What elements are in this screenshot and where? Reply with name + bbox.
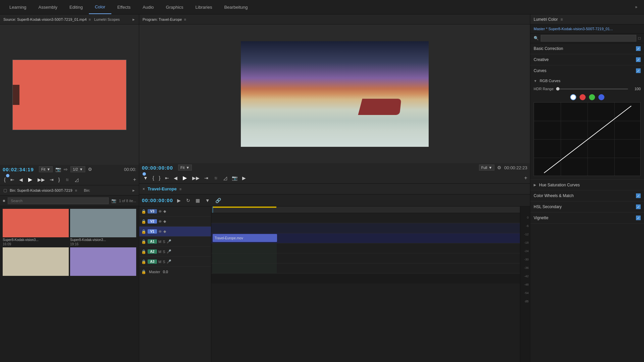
nav-editing[interactable]: Editing [63,0,89,14]
program-compare-icon[interactable]: ▶ [241,175,247,181]
basic-correction-checkbox[interactable] [636,46,641,51]
hue-sat-section[interactable]: ▶ Hue Saturation Curves [530,180,644,190]
track-sync-v2[interactable]: ◆ [163,219,166,224]
source-step-forward[interactable]: ▶▶ [36,176,46,183]
vignette-header[interactable]: Vignette [530,213,644,223]
tl-link-icon[interactable]: 🔗 [214,197,222,204]
program-monitor-menu-icon[interactable]: ≡ [184,17,186,21]
creative-header[interactable]: Creative [530,54,644,65]
list-item[interactable] [3,247,69,277]
track-lock-v1[interactable]: 🔒 [141,229,146,234]
source-monitor-expand[interactable]: ► [132,17,136,21]
list-item[interactable]: Super8-Kodak-vision3... 19:16 [70,209,136,246]
nav-graphics[interactable]: Graphics [160,0,190,14]
program-add-marker[interactable]: ▼ [142,175,149,181]
nav-bearbeitung[interactable]: Bearbeitung [218,0,254,14]
curve-dot-white[interactable] [570,94,576,100]
nav-more-button[interactable]: » [632,5,641,9]
tl-ripple-icon[interactable]: ↻ [185,197,192,204]
source-camera-icon[interactable]: 📷 [55,167,61,172]
hsl-checkbox[interactable] [636,204,641,209]
creative-checkbox[interactable] [636,57,641,62]
source-step-back-large[interactable]: ⇤ [9,176,16,183]
track-label-v3[interactable]: V3 [148,209,157,214]
tl-marker-icon[interactable]: ▼ [204,197,211,204]
source-add-button[interactable]: + [133,177,136,183]
lumetri-menu-icon[interactable]: ≡ [560,17,563,22]
track-label-a3[interactable]: A3 [148,259,157,264]
curve-dot-blue[interactable] [598,94,604,100]
source-mark-out[interactable]: } [57,176,61,183]
track-label-v2[interactable]: V2 [148,219,157,224]
track-lock-a2[interactable]: 🔒 [141,249,146,254]
color-wheels-checkbox[interactable] [636,193,641,198]
lumetri-clip-name-text[interactable]: Master * Super8-Kodak-vision3-500T-7219_… [534,27,613,31]
basic-correction-header[interactable]: Basic Correction [530,43,644,54]
track-lock-a3[interactable]: 🔒 [141,259,146,264]
program-add-button[interactable]: + [524,175,527,181]
program-mark-out[interactable]: } [158,175,162,181]
scopes-label[interactable]: Lumetri Scopes [94,17,120,21]
lumetri-search-input[interactable] [541,35,636,42]
program-fit-dropdown[interactable]: Fit ▼ [178,165,192,171]
master-value[interactable]: 0.0 [163,270,168,274]
program-settings-icon[interactable]: ⚙ [497,165,501,170]
source-mark-in[interactable]: { [3,176,7,183]
program-timecode[interactable]: 00:00:00:00 [142,165,175,171]
curves-header[interactable]: Curves [530,65,644,76]
program-mark-in[interactable]: { [151,175,156,181]
nav-color[interactable]: Color [89,0,111,14]
program-step-back-large[interactable]: ⇤ [164,175,170,181]
source-fit-dropdown[interactable]: Fit ▼ [39,166,53,172]
bin-expand-icon[interactable]: ► [132,188,136,192]
list-item[interactable]: Super8-Kodak-vision3... 16:09 [3,209,69,246]
program-step-back[interactable]: ◀ [172,175,179,181]
tl-snap-icon[interactable]: ▦ [194,197,201,204]
source-step-back[interactable]: ◀ [18,176,24,183]
track-m-a3[interactable]: M [158,260,161,264]
track-sync-v1[interactable]: ◆ [163,229,166,234]
timeline-timecode[interactable]: 00:00:00:00 [142,197,173,203]
track-eye-v1[interactable]: 👁 [158,230,162,234]
track-eye-v2[interactable]: 👁 [158,220,162,224]
track-s-a1[interactable]: S [163,240,165,244]
program-insert-overwrite[interactable]: ◾ [212,175,220,181]
nav-effects[interactable]: Effects [111,0,137,14]
track-sync-v3[interactable]: ◆ [163,209,166,214]
track-mic-a1[interactable]: 🎤 [167,239,171,244]
source-play-button[interactable]: ▶ [26,176,34,183]
track-label-v1[interactable]: V1 [148,229,157,234]
source-monitor-menu-icon[interactable]: ≡ [89,17,91,21]
program-play-button[interactable]: ▶ [181,174,189,182]
bin-camera-icon[interactable]: 📷 [111,198,116,203]
rgb-curves-header[interactable]: ▼ RGB Curves [534,76,641,85]
bin-search-input[interactable] [8,197,108,204]
lumetri-reset-icon[interactable]: □ [638,36,641,41]
list-item[interactable] [70,247,136,277]
clip-block-v1[interactable]: Travel-Europe.mov [213,234,277,242]
program-quality-dropdown[interactable]: Full ▼ [479,165,495,171]
program-step-forward-large[interactable]: ⇥ [203,175,210,181]
color-wheels-header[interactable]: Color Wheels & Match [530,190,644,201]
curve-dot-green[interactable] [589,94,595,100]
nav-learning[interactable]: Learning [3,0,33,14]
program-lift-extract[interactable]: ◿ [222,175,228,181]
curve-dot-red[interactable] [580,94,586,100]
curves-canvas[interactable] [534,102,641,176]
program-photo-icon[interactable]: 📷 [230,175,239,181]
track-mic-a2[interactable]: 🎤 [167,249,171,254]
timeline-menu-icon[interactable]: ≡ [179,187,181,191]
track-label-a2[interactable]: A2 [148,249,157,254]
nav-audio[interactable]: Audio [137,0,160,14]
track-m-a1[interactable]: M [158,240,161,244]
vignette-checkbox[interactable] [636,216,641,220]
bin-menu-icon[interactable]: ≡ [75,188,77,192]
track-s-a3[interactable]: S [163,260,165,264]
nav-libraries[interactable]: Libraries [190,0,218,14]
track-s-a2[interactable]: S [163,250,165,254]
track-label-a1[interactable]: A1 [148,239,157,244]
track-eye-v3[interactable]: 👁 [158,209,162,214]
track-lock-a1[interactable]: 🔒 [141,239,146,244]
source-step-forward-large[interactable]: ⇥ [48,176,55,183]
hsl-header[interactable]: HSL Secondary [530,201,644,212]
